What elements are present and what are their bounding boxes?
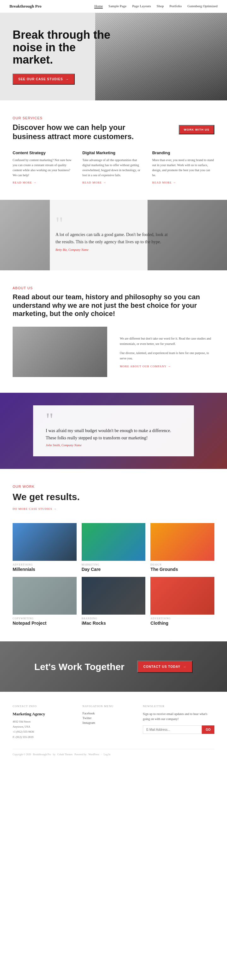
work-grid: ADVERTISING Millennials MARKETING Day Ca… [13,523,214,626]
work-category-3: COPYWRITING [13,617,77,620]
read-more-label-0: READ MORE [13,181,32,184]
work-item-3[interactable]: COPYWRITING Notepad Project [13,577,77,626]
service-desc-0: Confused by content marketing? Not sure … [13,158,75,178]
cta-arrow-icon: → [183,665,186,668]
footer-nav-twitter[interactable]: Twitter [83,716,130,720]
work-with-us-button[interactable]: WORK WITH US [179,125,214,134]
work-category-1: MARKETING [82,563,145,566]
work-name-0: Millennials [13,567,77,572]
do-more-link[interactable]: DO MORE CASE STUDIES → [13,507,57,511]
footer-newsletter-text: Sign up to receive email updates and to … [143,711,214,722]
footer-contact-col: CONTACT INFO Marketing Agency 4932 Old S… [13,705,70,740]
footer-email-row: GO [143,725,214,734]
testimonial-1-content: " A lot of agencies can talk a good game… [43,212,184,258]
services-label: Our Services [13,116,214,120]
work-item-5[interactable]: ADVERTISING Clothing [150,577,214,626]
work-item-0[interactable]: ADVERTISING Millennials [13,523,77,572]
work-item-1[interactable]: MARKETING Day Care [82,523,145,572]
work-image-4 [82,577,145,615]
services-grid: Content Strategy Confused by content mar… [13,150,214,184]
do-more-arrow-icon: → [54,507,57,511]
testimonial-2-box: " I was afraid my small budget wouldn't … [33,405,194,456]
footer-login-link[interactable]: Log In [104,753,111,756]
cta-section: Let's Work Together CONTACT US TODAY → [0,641,227,692]
work-label: Our Work [13,485,214,488]
work-item-4[interactable]: BRANDING iMac Rocks [82,577,145,626]
service-read-more-2[interactable]: READ MORE → [152,181,214,184]
service-branding: Branding More than ever, you need a stro… [152,150,214,184]
footer-email-input[interactable] [143,725,202,734]
services-section: Our Services Discover how we can help yo… [0,100,227,200]
cta-title: Let's Work Together [34,662,125,672]
hero-cta-button[interactable]: SEE OUR CASE STUDIES → [13,74,75,85]
about-content: We are different but don't take our word… [13,327,214,377]
footer-nav-instagram[interactable]: Instagram [83,721,130,724]
service-title-2: Branding [152,150,214,155]
testimonial-1-text: A lot of agencies can talk a good game. … [56,231,171,245]
testimonial-1-company: Company Name [69,248,89,251]
testimonial-1-left-image [0,200,50,270]
footer-cobalt-link[interactable]: Cobalt Themes [58,753,73,756]
read-more-arrow-0: → [34,181,37,184]
cta-content: Let's Work Together CONTACT US TODAY → [22,648,206,686]
footer-address: 4932 Old Street Anytown, USA +1 (912) 55… [13,719,70,740]
testimonial-2-text: I was afraid my small budget wouldn't be… [46,427,181,442]
cta-button-label: CONTACT US TODAY [144,665,181,668]
footer-copyright: Copyright © 2020 [13,753,31,756]
footer-phone1: +1 (912) 555-9436 [13,729,70,734]
work-item-2[interactable]: DESIGN The Grounds [150,523,214,572]
read-more-arrow-2: → [173,181,176,184]
service-content-strategy: Content Strategy Confused by content mar… [13,150,75,184]
work-image-2 [150,523,214,561]
footer-wordpress-link[interactable]: WordPress [88,753,99,756]
footer-separator: · [101,753,102,756]
hero-cta-label: SEE OUR CASE STUDIES [18,77,63,81]
testimonial-2-company: Company Name [61,444,82,447]
nav-gutenberg[interactable]: Gutenberg Optimized [188,4,217,8]
services-title: Discover how we can help your business a… [13,123,144,141]
footer-phone2: F: (912) 555-2019 [13,735,70,740]
footer-by: by [53,753,56,756]
work-header: Our Work We get results. DO MORE CASE ST… [13,485,214,518]
footer: CONTACT INFO Marketing Agency 4932 Old S… [0,692,227,762]
footer-powered-by: Powered by [74,753,86,756]
footer-company-name: Marketing Agency [13,711,70,717]
testimonial-2-author-name: John Smith, [46,444,61,447]
footer-nav-label: NAVIGATION MENU [83,705,130,708]
service-title-0: Content Strategy [13,150,75,155]
about-more-arrow-icon: → [168,365,171,368]
work-image-1 [82,523,145,561]
about-text-block: We are different but don't take our word… [120,336,214,368]
footer-address-line1: 4932 Old Street [13,719,70,724]
cta-button[interactable]: CONTACT US TODAY → [137,660,193,673]
work-category-5: ADVERTISING [150,617,214,620]
nav-sample[interactable]: Sample Page [109,4,126,8]
testimonial-1-author-name: Betty Biz, [56,248,67,251]
nav-shop[interactable]: Shop [157,4,164,8]
service-read-more-1[interactable]: READ MORE → [82,181,144,184]
about-more-link[interactable]: MORE ABOUT OUR COMPANY → [120,365,214,368]
footer-theme-link[interactable]: Breakthrough Pro [33,753,51,756]
service-digital-marketing: Digital Marketing Take advantage of all … [82,150,144,184]
footer-go-button[interactable]: GO [202,725,214,734]
footer-address-line2: Anytown, USA [13,724,70,729]
about-title: Read about our team, history and philoso… [13,293,214,318]
testimonial-2-section: " I was afraid my small budget wouldn't … [0,393,227,469]
services-title-row: Discover how we can help your business a… [13,123,214,141]
nav-home[interactable]: Home [94,4,103,8]
about-paragraph-2: Our diverse, talented, and experienced t… [120,350,214,361]
about-paragraph-1: We are different but don't take our word… [120,336,214,347]
read-more-label-2: READ MORE [152,181,172,184]
quote-icon-1: " [56,219,171,228]
footer-nav-facebook[interactable]: Facebook [83,711,130,715]
footer-newsletter-label: NEWSLETTER [143,705,214,708]
footer-grid: CONTACT INFO Marketing Agency 4932 Old S… [13,705,214,740]
work-image-3 [13,577,77,615]
service-read-more-0[interactable]: READ MORE → [13,181,75,184]
work-section: Our Work We get results. DO MORE CASE ST… [0,469,227,641]
nav-layouts[interactable]: Page Layouts [132,4,151,8]
about-more-label: MORE ABOUT OUR COMPANY [120,365,166,368]
site-logo[interactable]: Breakthrough Pro [10,4,42,9]
nav-portfolio[interactable]: Portfolio [169,4,182,8]
work-name-2: The Grounds [150,567,214,572]
